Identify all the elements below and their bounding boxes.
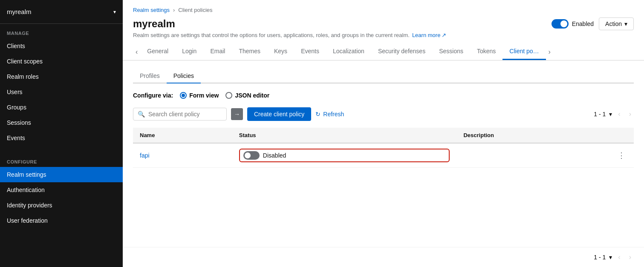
action-chevron-icon: ▾: [624, 20, 627, 27]
external-link-icon: ↗: [442, 32, 446, 38]
enabled-toggle[interactable]: [552, 19, 569, 29]
page-title: myrealm: [133, 18, 175, 30]
sub-tabs: Profiles Policies: [133, 69, 634, 83]
tabs-prev-button[interactable]: ‹: [133, 45, 140, 59]
tab-client-policies[interactable]: Client po…: [502, 43, 546, 60]
radio-form-view-indicator: [180, 92, 187, 99]
pagination-prev-button[interactable]: ‹: [615, 109, 623, 119]
tab-tokens[interactable]: Tokens: [470, 43, 502, 60]
enabled-toggle-group: Enabled: [552, 19, 594, 29]
sidebar-item-label: Clients: [7, 43, 25, 49]
sidebar-item-authentication[interactable]: Authentication: [0, 182, 123, 198]
tab-localization[interactable]: Localization: [326, 43, 371, 60]
sidebar-item-realm-settings[interactable]: Realm settings: [0, 167, 123, 182]
pagination-next-button[interactable]: ›: [627, 109, 634, 119]
sidebar-item-label: Realm roles: [7, 73, 39, 80]
sidebar-item-clients[interactable]: Clients: [0, 38, 123, 54]
pagination-count: 1 - 1: [594, 111, 606, 118]
search-submit-button[interactable]: →: [231, 108, 243, 120]
realm-name: myrealm: [7, 8, 32, 15]
sidebar-item-groups[interactable]: Groups: [0, 100, 123, 115]
learn-more-link[interactable]: Learn more ↗: [412, 32, 446, 38]
table-row: fapi Disabled ⋮: [133, 143, 634, 168]
breadcrumb-parent[interactable]: Realm settings: [133, 7, 170, 13]
tab-events[interactable]: Events: [294, 43, 326, 60]
content-area: Profiles Policies Configure via: Form vi…: [123, 60, 644, 247]
bottom-pagination-dropdown-icon[interactable]: ▾: [609, 254, 612, 261]
main-tabs: ‹ General Login Email Themes Keys Events…: [133, 43, 634, 60]
tab-themes[interactable]: Themes: [232, 43, 267, 60]
policy-name-link[interactable]: fapi: [140, 152, 150, 159]
sidebar-item-label: Authentication: [7, 187, 45, 193]
sidebar-item-events[interactable]: Events: [0, 130, 123, 146]
radio-form-view-label: Form view: [189, 92, 219, 99]
configure-via-row: Configure via: Form view JSON editor: [133, 92, 634, 99]
tab-login[interactable]: Login: [175, 43, 203, 60]
sidebar-item-client-scopes[interactable]: Client scopes: [0, 54, 123, 69]
row-status-cell: Disabled: [232, 143, 457, 168]
sidebar-manage-label: Manage: [0, 24, 123, 38]
status-toggle-disabled[interactable]: [243, 151, 260, 160]
table-header-row: Name Status Description: [133, 128, 634, 143]
create-client-policy-button[interactable]: Create client policy: [247, 107, 311, 121]
radio-form-view[interactable]: Form view: [180, 92, 219, 99]
enabled-label: Enabled: [572, 20, 594, 27]
page-header: Realm settings › Client policies myrealm…: [123, 0, 644, 60]
refresh-button[interactable]: ↻ Refresh: [315, 111, 344, 118]
search-icon: 🔍: [138, 111, 145, 118]
column-name: Name: [133, 128, 232, 143]
bottom-pagination-prev-button[interactable]: ‹: [615, 253, 623, 262]
disabled-label: Disabled: [263, 152, 286, 159]
search-input[interactable]: [148, 111, 217, 118]
radio-json-editor-indicator: [225, 92, 232, 99]
pagination-dropdown-icon[interactable]: ▾: [609, 111, 612, 118]
bottom-pagination-count: 1 - 1: [594, 254, 606, 261]
sidebar-item-label: Client scopes: [7, 58, 43, 65]
status-toggle-wrapper[interactable]: Disabled: [239, 149, 450, 162]
sidebar-item-sessions[interactable]: Sessions: [0, 115, 123, 130]
sidebar-item-label: Realm settings: [7, 171, 46, 178]
action-button[interactable]: Action ▾: [599, 17, 634, 30]
tab-sessions[interactable]: Sessions: [432, 43, 470, 60]
breadcrumb-separator: ›: [173, 7, 175, 13]
realm-description: Realm settings are settings that control…: [133, 32, 634, 38]
column-status: Status: [232, 128, 457, 143]
sidebar-item-label: Users: [7, 89, 23, 95]
column-actions: [609, 128, 634, 143]
tab-email[interactable]: Email: [203, 43, 232, 60]
sidebar-item-label: Events: [7, 135, 25, 141]
sidebar-item-label: Identity providers: [7, 202, 52, 209]
tab-keys[interactable]: Keys: [267, 43, 294, 60]
sidebar-item-identity-providers[interactable]: Identity providers: [0, 198, 123, 213]
disabled-toggle-slider: [243, 151, 260, 160]
configure-via-label: Configure via:: [133, 92, 173, 99]
bottom-pagination-next-button[interactable]: ›: [627, 253, 634, 262]
breadcrumb: Realm settings › Client policies: [133, 7, 634, 13]
realm-selector[interactable]: myrealm ▾: [0, 0, 123, 24]
realm-actions: Enabled Action ▾: [552, 17, 634, 30]
sidebar: myrealm ▾ Manage Clients Client scopes R…: [0, 0, 123, 267]
sidebar-configure-label: Configure: [0, 152, 123, 167]
row-context-menu-button[interactable]: ⋮: [616, 149, 627, 162]
realm-title-row: myrealm Enabled Action ▾: [133, 17, 634, 30]
sidebar-item-label: User federation: [7, 217, 48, 224]
row-description-cell: [456, 143, 609, 168]
column-description: Description: [456, 128, 609, 143]
pagination-info: 1 - 1 ▾ ‹ ›: [594, 109, 634, 119]
sidebar-item-realm-roles[interactable]: Realm roles: [0, 69, 123, 84]
sidebar-item-users[interactable]: Users: [0, 84, 123, 100]
tabs-next-button[interactable]: ›: [546, 45, 553, 59]
action-label: Action: [605, 20, 622, 27]
row-menu-cell: ⋮: [609, 143, 634, 168]
tab-security-defenses[interactable]: Security defenses: [371, 43, 432, 60]
search-box[interactable]: 🔍: [133, 108, 227, 121]
sidebar-item-user-federation[interactable]: User federation: [0, 213, 123, 228]
row-name-cell: fapi: [133, 143, 232, 168]
radio-json-editor[interactable]: JSON editor: [225, 92, 269, 99]
sub-tab-profiles[interactable]: Profiles: [133, 69, 167, 83]
sub-tab-policies[interactable]: Policies: [167, 69, 201, 83]
main-content: Realm settings › Client policies myrealm…: [123, 0, 644, 267]
radio-json-editor-label: JSON editor: [235, 92, 269, 99]
policies-table: Name Status Description fapi: [133, 128, 634, 168]
tab-general[interactable]: General: [140, 43, 175, 60]
